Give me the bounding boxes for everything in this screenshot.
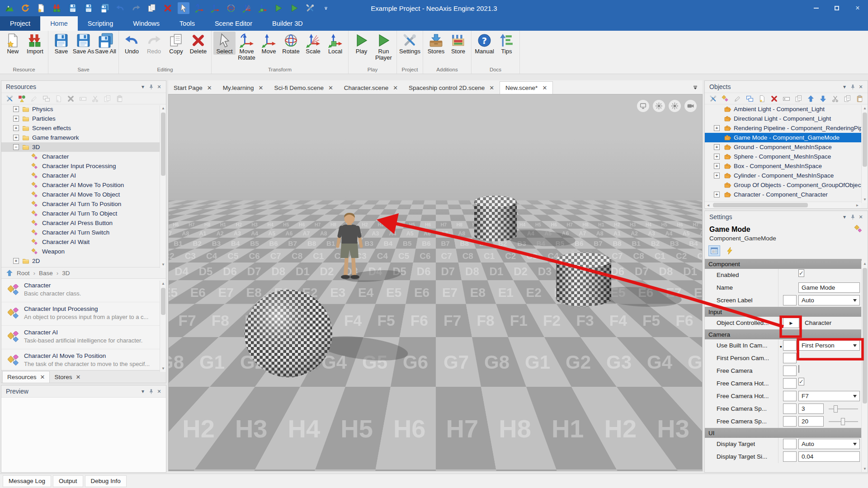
objects-scrollbar[interactable]: ▲ ▼ — [861, 105, 868, 203]
close-icon[interactable]: ✕ — [328, 84, 333, 91]
delete-button[interactable]: Delete — [187, 32, 209, 55]
pin-icon[interactable] — [849, 83, 857, 91]
menu-tab-builder-3d[interactable]: Builder 3D — [262, 16, 313, 31]
scroll-up-icon[interactable]: ▲ — [862, 261, 868, 267]
scroll-up-icon[interactable]: ▲ — [160, 105, 166, 112]
cylinder-mesh-2[interactable] — [556, 253, 611, 306]
save-all-icon[interactable] — [99, 2, 110, 14]
tree-item-character-ai-turn-switch[interactable]: Character AI Turn Switch — [1, 228, 166, 237]
dropdown[interactable]: F7 — [798, 391, 860, 401]
tree-item-character[interactable]: Character — [1, 152, 166, 161]
menu-tab-tools[interactable]: Tools — [170, 16, 205, 31]
tree-item-weapon[interactable]: Weapon — [1, 247, 166, 256]
property-group-ui[interactable]: UI — [705, 428, 862, 438]
delete-icon[interactable] — [66, 94, 75, 103]
scale-icon[interactable] — [241, 2, 253, 14]
tools-icon[interactable] — [5, 94, 14, 103]
copy-icon[interactable] — [843, 94, 852, 103]
undo-icon[interactable] — [114, 2, 126, 14]
delete-icon[interactable] — [162, 2, 174, 14]
cylinder-mesh-1[interactable] — [474, 196, 517, 241]
move-up-icon[interactable] — [806, 94, 815, 103]
scroll-down-icon[interactable]: ▼ — [160, 366, 166, 372]
menu-tab-scene-editor[interactable]: Scene Editor — [205, 16, 262, 31]
save-icon[interactable] — [67, 2, 79, 14]
toolbar-options-icon[interactable] — [320, 2, 332, 14]
expander-icon[interactable]: + — [714, 154, 720, 160]
default-value-button[interactable] — [783, 366, 797, 376]
tree-item-physics[interactable]: + Physics — [1, 104, 166, 114]
class-item-character[interactable]: Character Basic character class. — [1, 279, 166, 302]
rename-icon[interactable] — [782, 94, 791, 103]
tree-item-character-ai-press-button[interactable]: Character AI Press Button — [1, 218, 166, 228]
expander-icon[interactable]: + — [13, 116, 19, 122]
run-player-icon[interactable] — [288, 2, 300, 14]
close-icon[interactable]: × — [857, 213, 865, 221]
breadcrumb-item-3d[interactable]: 3D — [62, 270, 70, 277]
scene-viewport[interactable]: H4H5H6H7H8H1H2H3H4H5H6H7H8H1H2H3H4H5H6H7… — [168, 94, 703, 471]
neoaxis-logo[interactable] — [4, 2, 15, 14]
breadcrumb-item-root[interactable]: Root — [17, 270, 30, 277]
tree-item-particles[interactable]: + Particles — [1, 114, 166, 123]
component-icon[interactable] — [17, 94, 26, 103]
checkbox[interactable] — [798, 352, 799, 360]
refresh-icon[interactable] — [19, 2, 31, 14]
expander-icon[interactable]: + — [714, 144, 720, 150]
copy-icon[interactable] — [103, 94, 112, 103]
object-item-ambient-light-component-light[interactable]: Ambient Light - Component_Light — [705, 104, 868, 114]
slider[interactable] — [829, 408, 858, 409]
object-item-game-mode-component-gamemode[interactable]: Game Mode - Component_GameMode — [705, 133, 868, 142]
object-item-cylinder-component-meshinspace[interactable]: + Cylinder - Component_MeshInSpace — [705, 171, 868, 180]
default-value-button[interactable] — [783, 391, 797, 401]
rotate-button[interactable]: Rotate — [280, 32, 302, 55]
checkbox[interactable]: ✓ — [798, 269, 804, 277]
close-icon[interactable]: ✕ — [489, 84, 494, 91]
play-button[interactable]: Play — [350, 32, 373, 55]
windows-icon[interactable] — [745, 94, 754, 103]
maximize-button[interactable] — [826, 0, 847, 16]
close-button[interactable]: × — [847, 0, 868, 16]
undo-button[interactable]: Undo — [121, 32, 143, 55]
close-icon[interactable]: × — [857, 83, 865, 91]
close-icon[interactable]: ✕ — [542, 84, 547, 91]
class-list-scrollbar[interactable]: ▲ ▼ — [160, 281, 166, 372]
close-icon[interactable]: ✕ — [75, 374, 80, 380]
tree-item-2d[interactable]: + 2D — [1, 256, 166, 266]
panel-menu-icon[interactable]: ▾ — [139, 387, 147, 395]
resources-tree-scrollbar[interactable]: ▲ ▼ — [160, 105, 166, 268]
tree-item-character-ai-turn-to-object[interactable]: Character AI Turn To Object — [1, 209, 166, 218]
settings-button[interactable]: Settings — [399, 32, 421, 55]
viewport-tab-spaceship-control-2dscene[interactable]: Spaceship control 2D.scene✕ — [403, 81, 500, 94]
object-item-group-of-objects-component-groupofobjects[interactable]: Group Of Objects - Component_GroupOfObje… — [705, 180, 868, 190]
camera-icon[interactable] — [684, 100, 697, 112]
object-item-ground-component-meshinspace[interactable]: + Ground - Component_MeshInSpace — [705, 142, 868, 152]
class-item-character-ai[interactable]: Character AI Task-based artificial intel… — [1, 326, 166, 349]
expander-icon[interactable]: + — [714, 173, 720, 178]
brightness-icon[interactable] — [653, 100, 665, 112]
select-icon[interactable] — [178, 2, 189, 14]
move-rotate-button[interactable]: Move Rotate — [236, 32, 258, 61]
events-icon[interactable] — [724, 245, 736, 256]
close-icon[interactable]: ✕ — [40, 374, 45, 380]
save-as-icon[interactable] — [83, 2, 94, 14]
properties-icon[interactable] — [708, 245, 720, 256]
redo-button[interactable]: Redo — [143, 32, 165, 55]
viewport-tab-sci-fi-demoscene[interactable]: Sci-fi Demo.scene✕ — [269, 81, 338, 94]
tree-item-character-ai-turn-to-position[interactable]: Character AI Turn To Position — [1, 199, 166, 209]
scroll-right-icon[interactable]: ► — [854, 202, 861, 209]
property-group-camera[interactable]: Camera — [705, 329, 862, 339]
expander-icon[interactable]: + — [13, 125, 19, 131]
expander-icon[interactable]: − — [13, 144, 19, 150]
viewport-tab-characterscene[interactable]: Character.scene✕ — [339, 81, 403, 94]
slider-thumb[interactable] — [834, 405, 838, 413]
close-icon[interactable]: ✕ — [258, 84, 263, 91]
up-level-icon[interactable] — [6, 269, 13, 277]
expander-icon[interactable]: + — [13, 135, 19, 141]
default-value-button[interactable] — [783, 353, 797, 363]
status-tab-debug-info[interactable]: Debug Info — [85, 475, 127, 487]
viewport-tab-start-page[interactable]: Start Page✕ — [168, 81, 217, 94]
select-button[interactable]: Select — [213, 32, 236, 55]
clone-icon[interactable] — [794, 94, 803, 103]
component-icon[interactable] — [721, 94, 730, 103]
panel-menu-icon[interactable]: ▾ — [840, 83, 849, 91]
